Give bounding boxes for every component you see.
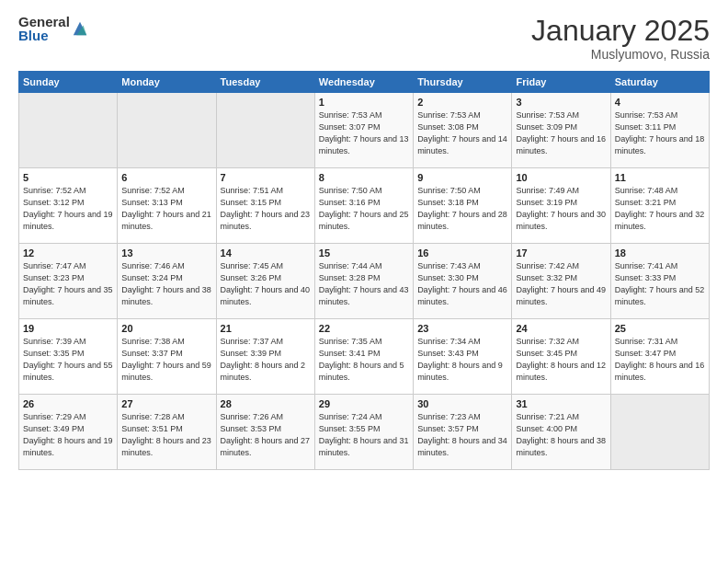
calendar-cell: 1Sunrise: 7:53 AM Sunset: 3:07 PM Daylig… — [314, 93, 413, 168]
calendar-cell: 21Sunrise: 7:37 AM Sunset: 3:39 PM Dayli… — [216, 319, 314, 395]
day-info: Sunrise: 7:35 AM Sunset: 3:41 PM Dayligh… — [319, 336, 409, 384]
calendar-cell: 19Sunrise: 7:39 AM Sunset: 3:35 PM Dayli… — [19, 319, 118, 395]
calendar-cell: 7Sunrise: 7:51 AM Sunset: 3:15 PM Daylig… — [216, 168, 314, 244]
calendar-cell: 16Sunrise: 7:43 AM Sunset: 3:30 PM Dayli… — [414, 244, 512, 319]
day-number: 17 — [516, 247, 606, 259]
day-info: Sunrise: 7:21 AM Sunset: 4:00 PM Dayligh… — [516, 411, 606, 459]
logo: General Blue — [18, 15, 88, 42]
day-number: 23 — [417, 323, 507, 334]
day-info: Sunrise: 7:50 AM Sunset: 3:18 PM Dayligh… — [417, 185, 507, 233]
day-info: Sunrise: 7:42 AM Sunset: 3:32 PM Dayligh… — [516, 260, 606, 308]
day-info: Sunrise: 7:52 AM Sunset: 3:13 PM Dayligh… — [121, 185, 211, 233]
day-number: 3 — [516, 97, 606, 108]
day-info: Sunrise: 7:31 AM Sunset: 3:47 PM Dayligh… — [615, 336, 705, 384]
logo-icon — [72, 20, 88, 37]
calendar-cell: 18Sunrise: 7:41 AM Sunset: 3:33 PM Dayli… — [610, 244, 709, 319]
day-number: 9 — [417, 172, 507, 183]
title-block: January 2025 Muslyumovo, Russia — [531, 15, 710, 62]
calendar-body: 1Sunrise: 7:53 AM Sunset: 3:07 PM Daylig… — [19, 93, 710, 470]
day-number: 26 — [23, 398, 113, 409]
calendar-cell: 14Sunrise: 7:45 AM Sunset: 3:26 PM Dayli… — [216, 244, 314, 319]
day-info: Sunrise: 7:52 AM Sunset: 3:12 PM Dayligh… — [23, 185, 113, 233]
header: General Blue January 2025 Muslyumovo, Ru… — [18, 15, 710, 62]
day-info: Sunrise: 7:48 AM Sunset: 3:21 PM Dayligh… — [615, 185, 705, 233]
day-number: 24 — [516, 323, 606, 334]
day-info: Sunrise: 7:32 AM Sunset: 3:45 PM Dayligh… — [516, 336, 606, 384]
day-number: 5 — [23, 172, 113, 183]
day-number: 30 — [417, 398, 507, 409]
day-info: Sunrise: 7:53 AM Sunset: 3:11 PM Dayligh… — [615, 109, 705, 157]
month-title: January 2025 — [531, 15, 710, 47]
calendar-cell: 5Sunrise: 7:52 AM Sunset: 3:12 PM Daylig… — [19, 168, 118, 244]
calendar-cell: 12Sunrise: 7:47 AM Sunset: 3:23 PM Dayli… — [19, 244, 118, 319]
logo-blue: Blue — [18, 29, 70, 42]
week-row-2: 12Sunrise: 7:47 AM Sunset: 3:23 PM Dayli… — [19, 244, 710, 319]
calendar-cell — [216, 93, 314, 168]
day-info: Sunrise: 7:51 AM Sunset: 3:15 PM Dayligh… — [221, 185, 311, 233]
weekday-header-row: Sunday Monday Tuesday Wednesday Thursday… — [19, 72, 710, 93]
day-number: 31 — [516, 398, 606, 409]
day-number: 16 — [417, 247, 507, 259]
day-info: Sunrise: 7:24 AM Sunset: 3:55 PM Dayligh… — [319, 411, 409, 459]
day-number: 12 — [23, 247, 113, 259]
week-row-1: 5Sunrise: 7:52 AM Sunset: 3:12 PM Daylig… — [19, 168, 710, 244]
header-sunday: Sunday — [19, 72, 118, 93]
calendar-cell: 24Sunrise: 7:32 AM Sunset: 3:45 PM Dayli… — [512, 319, 610, 395]
header-tuesday: Tuesday — [216, 72, 314, 93]
day-number: 14 — [221, 247, 311, 259]
day-number: 22 — [319, 323, 409, 334]
calendar-cell: 10Sunrise: 7:49 AM Sunset: 3:19 PM Dayli… — [512, 168, 610, 244]
header-monday: Monday — [118, 72, 216, 93]
calendar-cell: 13Sunrise: 7:46 AM Sunset: 3:24 PM Dayli… — [118, 244, 216, 319]
calendar-cell: 27Sunrise: 7:28 AM Sunset: 3:51 PM Dayli… — [118, 395, 216, 470]
day-info: Sunrise: 7:53 AM Sunset: 3:09 PM Dayligh… — [516, 109, 606, 157]
calendar-cell: 20Sunrise: 7:38 AM Sunset: 3:37 PM Dayli… — [118, 319, 216, 395]
day-info: Sunrise: 7:44 AM Sunset: 3:28 PM Dayligh… — [319, 260, 409, 308]
day-info: Sunrise: 7:26 AM Sunset: 3:53 PM Dayligh… — [221, 411, 311, 459]
calendar-cell: 4Sunrise: 7:53 AM Sunset: 3:11 PM Daylig… — [610, 93, 709, 168]
header-thursday: Thursday — [414, 72, 512, 93]
day-info: Sunrise: 7:28 AM Sunset: 3:51 PM Dayligh… — [121, 411, 211, 459]
day-info: Sunrise: 7:49 AM Sunset: 3:19 PM Dayligh… — [516, 185, 606, 233]
calendar-cell: 31Sunrise: 7:21 AM Sunset: 4:00 PM Dayli… — [512, 395, 610, 470]
calendar-cell: 6Sunrise: 7:52 AM Sunset: 3:13 PM Daylig… — [118, 168, 216, 244]
day-info: Sunrise: 7:43 AM Sunset: 3:30 PM Dayligh… — [417, 260, 507, 308]
header-friday: Friday — [512, 72, 610, 93]
week-row-3: 19Sunrise: 7:39 AM Sunset: 3:35 PM Dayli… — [19, 319, 710, 395]
header-saturday: Saturday — [610, 72, 709, 93]
day-info: Sunrise: 7:47 AM Sunset: 3:23 PM Dayligh… — [23, 260, 113, 308]
header-wednesday: Wednesday — [314, 72, 413, 93]
day-number: 20 — [121, 323, 211, 334]
week-row-4: 26Sunrise: 7:29 AM Sunset: 3:49 PM Dayli… — [19, 395, 710, 470]
calendar-cell: 25Sunrise: 7:31 AM Sunset: 3:47 PM Dayli… — [610, 319, 709, 395]
calendar-cell: 8Sunrise: 7:50 AM Sunset: 3:16 PM Daylig… — [314, 168, 413, 244]
day-number: 25 — [615, 323, 705, 334]
calendar-cell: 17Sunrise: 7:42 AM Sunset: 3:32 PM Dayli… — [512, 244, 610, 319]
day-info: Sunrise: 7:37 AM Sunset: 3:39 PM Dayligh… — [221, 336, 311, 384]
calendar-cell: 23Sunrise: 7:34 AM Sunset: 3:43 PM Dayli… — [414, 319, 512, 395]
day-number: 28 — [221, 398, 311, 409]
calendar-cell: 29Sunrise: 7:24 AM Sunset: 3:55 PM Dayli… — [314, 395, 413, 470]
location: Muslyumovo, Russia — [531, 47, 710, 62]
calendar-cell: 9Sunrise: 7:50 AM Sunset: 3:18 PM Daylig… — [414, 168, 512, 244]
day-number: 7 — [221, 172, 311, 183]
day-info: Sunrise: 7:34 AM Sunset: 3:43 PM Dayligh… — [417, 336, 507, 384]
day-info: Sunrise: 7:53 AM Sunset: 3:07 PM Dayligh… — [319, 109, 409, 157]
day-number: 29 — [319, 398, 409, 409]
day-number: 11 — [615, 172, 705, 183]
day-number: 21 — [221, 323, 311, 334]
day-number: 1 — [319, 97, 409, 108]
day-number: 19 — [23, 323, 113, 334]
day-number: 4 — [615, 97, 705, 108]
day-number: 6 — [121, 172, 211, 183]
day-info: Sunrise: 7:46 AM Sunset: 3:24 PM Dayligh… — [121, 260, 211, 308]
calendar-cell: 22Sunrise: 7:35 AM Sunset: 3:41 PM Dayli… — [314, 319, 413, 395]
day-number: 13 — [121, 247, 211, 259]
day-info: Sunrise: 7:53 AM Sunset: 3:08 PM Dayligh… — [417, 109, 507, 157]
logo-text: General Blue — [18, 15, 70, 42]
calendar-cell: 2Sunrise: 7:53 AM Sunset: 3:08 PM Daylig… — [414, 93, 512, 168]
calendar-cell: 3Sunrise: 7:53 AM Sunset: 3:09 PM Daylig… — [512, 93, 610, 168]
day-info: Sunrise: 7:50 AM Sunset: 3:16 PM Dayligh… — [319, 185, 409, 233]
week-row-0: 1Sunrise: 7:53 AM Sunset: 3:07 PM Daylig… — [19, 93, 710, 168]
calendar-cell: 11Sunrise: 7:48 AM Sunset: 3:21 PM Dayli… — [610, 168, 709, 244]
